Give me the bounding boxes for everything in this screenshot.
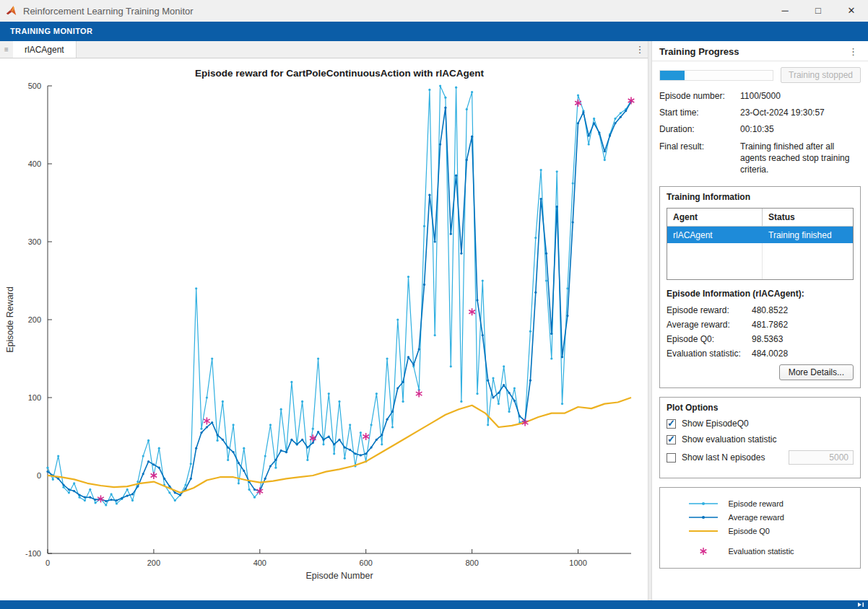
episode-q0-row: Episode Q0: 98.5363 [667, 334, 854, 344]
field-label: Average reward: [667, 320, 752, 330]
matlab-logo-icon [6, 5, 19, 17]
svg-text:500: 500 [28, 82, 41, 90]
average-reward-row: Average reward: 481.7862 [667, 320, 854, 330]
tab-rlacagent[interactable]: rlACAgent [13, 41, 77, 58]
svg-text:100: 100 [28, 393, 41, 402]
panel-header: Training Progress ⋮ [652, 41, 868, 61]
main-area: ≡ rlACAgent ⋮ -1000100200300400500020040… [0, 41, 868, 600]
svg-text:Episode reward for CartPoleCon: Episode reward for CartPoleContinuousAct… [195, 68, 484, 79]
option-label: Show evaluation statistic [682, 434, 776, 444]
field-value: 1100/5000 [740, 90, 861, 102]
legend-average-reward-sample [685, 513, 721, 522]
app-window: Reinforcement Learning Training Monitor … [0, 0, 868, 609]
field-label: Final result: [659, 141, 740, 176]
field-label: Duration: [659, 123, 740, 135]
svg-text:1000: 1000 [569, 558, 586, 567]
titlebar: Reinforcement Learning Training Monitor … [0, 0, 868, 22]
field-label: Episode reward: [667, 305, 752, 315]
field-duration: Duration: 00:10:35 [652, 121, 868, 137]
document-menu-kebab-icon[interactable]: ⋮ [632, 41, 648, 58]
field-value: Training finished after all agents reach… [740, 141, 861, 176]
column-header-status: Status [763, 209, 853, 226]
svg-text:200: 200 [147, 558, 160, 567]
checkbox-show-episodeq0[interactable] [667, 419, 676, 429]
panel-menu-kebab-icon[interactable]: ⋮ [846, 46, 861, 57]
field-value: 484.0028 [752, 349, 788, 359]
option-show-episodeq0: Show EpisodeQ0 [667, 419, 854, 429]
svg-text:-100: -100 [25, 549, 41, 558]
legend-item-evaluation-statistic: Evaluation statistic [685, 544, 836, 558]
svg-text:0: 0 [45, 558, 50, 567]
training-information-group: Training Information Agent Status rlACAg… [659, 186, 861, 388]
chart-legend: Episode reward Average reward Episode Q0 [659, 487, 861, 569]
training-progress-bar [659, 70, 773, 81]
field-value: 98.5363 [752, 334, 783, 344]
field-value: 00:10:35 [740, 123, 861, 135]
training-stopped-button[interactable]: Training stopped [781, 67, 861, 83]
bottom-statusbar [0, 600, 868, 609]
checkbox-show-evaluation-statistic[interactable] [667, 435, 676, 444]
option-show-last-n-episodes: Show last N episodes [667, 450, 854, 465]
training-information-title: Training Information [667, 192, 854, 202]
episode-information-title: Episode Information (rlACAgent): [667, 289, 854, 299]
field-episode-number: Episode number: 1100/5000 [652, 87, 868, 104]
legend-evaluation-statistic-sample [685, 546, 721, 556]
checkbox-show-last-n-episodes[interactable] [667, 453, 676, 463]
svg-text:Episode Number: Episode Number [305, 571, 373, 581]
close-icon[interactable]: ✕ [835, 0, 868, 22]
window-title: Reinforcement Learning Training Monitor [23, 6, 194, 17]
legend-item-episode-reward: Episode reward [685, 496, 836, 510]
legend-label: Average reward [729, 513, 784, 522]
minimize-icon[interactable]: ─ [768, 0, 802, 22]
legend-label: Episode Q0 [729, 527, 770, 535]
panel-title: Training Progress [659, 46, 739, 57]
episode-reward-row: Episode reward: 480.8522 [667, 305, 854, 315]
legend-label: Evaluation statistic [729, 547, 794, 556]
tab-training-monitor[interactable]: TRAINING MONITOR [0, 22, 103, 41]
option-label: Show last N episodes [682, 452, 765, 463]
table-empty-area [667, 243, 853, 279]
option-show-evaluation-statistic: Show evaluation statistic [667, 434, 854, 444]
field-value: 481.7862 [752, 320, 788, 330]
toolstrip: TRAINING MONITOR [0, 22, 868, 41]
table-header-row: Agent Status [667, 209, 853, 227]
last-n-episodes-input[interactable] [789, 450, 854, 465]
field-label: Episode number: [659, 90, 740, 102]
document-tabstrip: ≡ rlACAgent ⋮ [0, 41, 648, 58]
field-label: Evaluation statistic: [667, 349, 752, 359]
svg-text:300: 300 [28, 237, 41, 246]
training-chart: -100010020030040050002004006008001000Epi… [0, 58, 648, 600]
table-row[interactable]: rlACAgent Training finished [667, 227, 853, 243]
window-controls: ─ □ ✕ [768, 0, 868, 22]
field-value: 23-Oct-2024 19:30:57 [740, 107, 861, 118]
document-area: ≡ rlACAgent ⋮ -1000100200300400500020040… [0, 41, 648, 600]
tab-rlacagent-label: rlACAgent [25, 45, 64, 55]
training-progress-fill [660, 71, 685, 80]
svg-text:400: 400 [253, 558, 266, 567]
svg-text:800: 800 [465, 558, 478, 567]
agent-status-table: Agent Status rlACAgent Training finished [667, 208, 854, 280]
training-progress-panel: Training Progress ⋮ Training stopped Epi… [652, 41, 868, 600]
divider [652, 61, 868, 61]
legend-episode-reward-sample [685, 499, 721, 508]
field-value: 480.8522 [752, 305, 788, 315]
progress-row: Training stopped [652, 64, 868, 87]
field-start-time: Start time: 23-Oct-2024 19:30:57 [652, 104, 868, 121]
column-header-agent: Agent [667, 209, 763, 226]
maximize-icon[interactable]: □ [802, 0, 835, 22]
field-final-result: Final result: Training finished after al… [652, 138, 868, 178]
legend-item-episode-q0: Episode Q0 [685, 524, 836, 538]
cell-agent: rlACAgent [667, 227, 763, 243]
field-label: Start time: [659, 107, 740, 118]
cell-status: Training finished [763, 227, 853, 243]
svg-text:200: 200 [28, 315, 41, 324]
field-label: Episode Q0: [667, 334, 752, 344]
more-details-button[interactable]: More Details... [779, 364, 854, 380]
svg-text:0: 0 [37, 471, 41, 480]
expand-panel-icon[interactable] [857, 602, 864, 608]
svg-text:600: 600 [360, 558, 373, 567]
evaluation-statistic-row: Evaluation statistic: 484.0028 [667, 349, 854, 359]
legend-label: Episode reward [729, 499, 784, 508]
option-label: Show EpisodeQ0 [682, 419, 749, 429]
plot-options-group: Plot Options Show EpisodeQ0 Show evaluat… [659, 397, 861, 478]
